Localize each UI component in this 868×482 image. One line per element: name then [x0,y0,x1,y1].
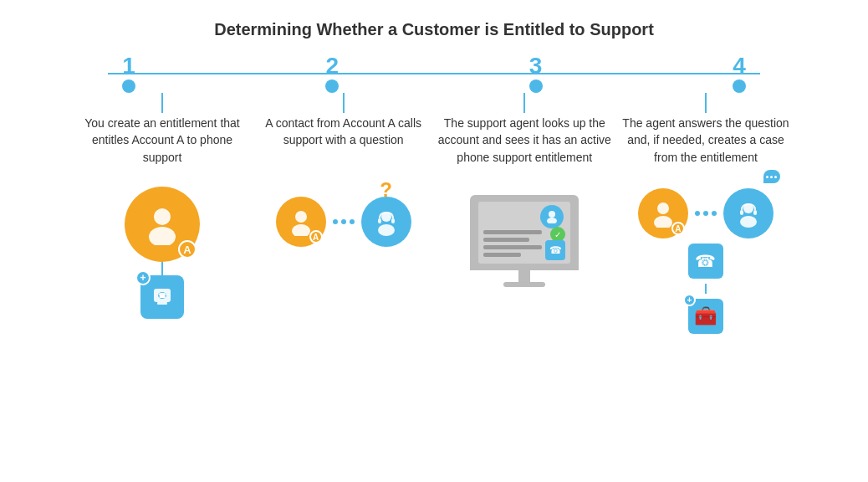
dots-connector-2 [333,219,355,224]
steps-content: You create an entitlement that entitles … [58,93,810,334]
svg-rect-18 [740,210,743,215]
step-connector-1 [161,93,163,113]
svg-point-1 [149,227,176,245]
svg-rect-11 [391,218,395,223]
step4-top-row: A [638,188,774,238]
step-connector-2 [343,93,345,113]
step-marker-2: 2 [307,54,357,93]
monitor-stand [518,270,530,282]
monitor-person [540,205,564,228]
agent-circle-2: ? [361,197,411,247]
svg-rect-3 [157,302,167,305]
dots-connector-4 [695,211,717,216]
step2-row: A ? [276,197,411,247]
agent-icon-2 [372,208,401,236]
step-connector-4 [705,93,707,113]
step-text-3: The support agent looks up the account a… [437,113,612,180]
phone-icon-1: ☎ [151,285,174,309]
plus-badge-4: + [683,294,696,306]
step-number-1: 1 [122,54,135,78]
step-dot-3 [529,79,543,93]
step-illustration-1: A + ☎ [125,187,200,319]
step-number-2: 2 [326,54,340,78]
phone-icon-4: ☎ [695,251,716,271]
svg-point-14 [657,203,669,214]
step-number-3: 3 [529,54,543,78]
connector-v-1 [161,262,163,275]
step-col-4: The agent answers the question and, if n… [618,93,794,334]
speech-dot-2 [770,176,773,178]
page: Determining Whether a Customer is Entitl… [0,0,868,482]
monitor-line-1 [483,230,542,234]
monitor-line-2 [483,238,529,242]
person-icon-1 [141,203,183,245]
badge-a-2: A [309,230,323,244]
step-illustration-3: ✓ ☎ [470,187,579,287]
dot-2 [341,219,346,224]
briefcase-icon-4: 🧰 [694,305,717,327]
monitor-phone-badge: ☎ [545,240,565,260]
step-markers: 1 2 3 4 [58,54,810,93]
dot-4-3 [712,211,717,216]
step-text-1: You create an entitlement that entitles … [74,113,250,180]
monitor-screen: ✓ ☎ [470,195,579,270]
monitor-inner: ✓ ☎ [478,202,570,264]
plus-badge-1: + [135,270,151,285]
svg-rect-10 [378,218,381,223]
dot-1 [333,219,338,224]
svg-point-15 [654,216,672,228]
svg-point-17 [740,216,757,228]
step-marker-3: 3 [511,54,561,93]
briefcase-box-4: + 🧰 [688,299,723,334]
step-dot-2 [325,79,339,93]
dot-3 [350,219,355,224]
svg-rect-19 [753,210,757,215]
connector-v-4 [705,284,707,294]
speech-bubble [763,170,780,183]
svg-text:☎: ☎ [158,292,166,300]
step-col-2: A contact from Account A calls support w… [256,93,431,334]
svg-point-13 [547,218,557,223]
speech-dot-3 [774,176,777,178]
timeline-row: 1 2 3 4 [58,54,810,93]
person-circle-4: A [638,188,688,238]
step-connector-3 [523,93,525,113]
step-dot-4 [733,79,746,93]
svg-point-9 [378,224,395,236]
svg-point-0 [154,208,171,225]
step-number-4: 4 [733,54,746,78]
phone-box-4: ☎ [688,244,723,279]
svg-point-6 [295,211,307,223]
step-col-1: You create an entitlement that entitles … [74,93,250,334]
agent-icon-4 [734,199,763,228]
monitor: ✓ ☎ [470,195,579,287]
timeline-container: 1 2 3 4 [58,54,810,334]
monitor-base [503,282,545,287]
step-illustration-2: A ? [276,187,411,247]
badge-a-4: A [671,222,685,235]
question-mark: ? [380,178,392,202]
person-circle-2: A [276,197,326,247]
svg-point-12 [549,211,555,218]
svg-point-7 [292,224,310,236]
page-title: Determining Whether a Customer is Entitl… [214,20,654,39]
agent-circle-4 [723,188,774,238]
step-text-2: A contact from Account A calls support w… [256,113,431,180]
dot-4-1 [695,211,700,216]
step4-illustration: A [638,188,774,334]
badge-a-1: A [178,240,197,259]
step-marker-1: 1 [104,54,154,93]
speech-dots [766,176,777,178]
step-dot-1 [122,79,135,93]
monitor-line-4 [483,253,521,257]
speech-dot-1 [766,176,768,178]
monitor-person-icon [545,210,559,223]
dot-4-2 [703,211,708,216]
person-circle-1: A [125,187,200,262]
phone-box-1: + ☎ [140,275,184,319]
step-marker-4: 4 [714,54,764,93]
monitor-line-3 [483,245,542,249]
step-col-3: The support agent looks up the account a… [437,93,612,334]
